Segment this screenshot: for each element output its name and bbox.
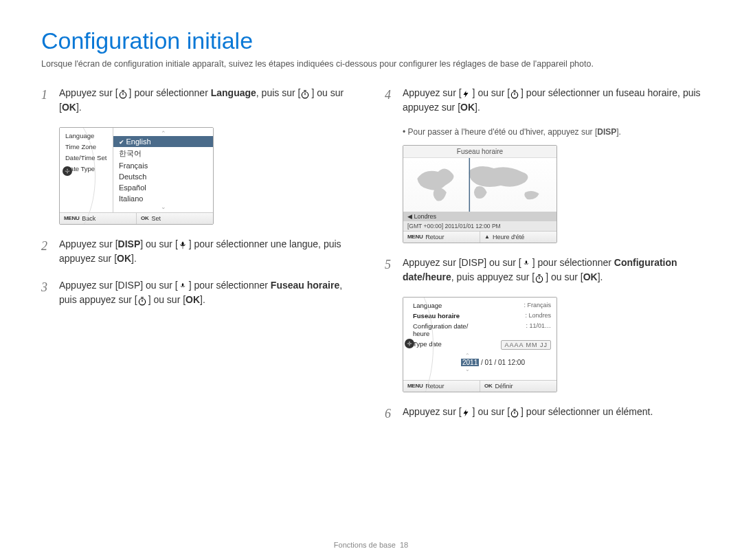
camera-screen-timezone: Fuseau horaire ◀ Londres [GMT +00:00] 20…	[403, 145, 557, 243]
disp-icon: DISP	[118, 238, 141, 249]
tz-title: Fuseau horaire	[403, 146, 556, 158]
timer-icon	[137, 295, 148, 305]
option-selected: English	[113, 136, 213, 147]
intro-text: Lorsque l'écran de configuration initial…	[41, 58, 701, 71]
footer-text: Définir	[495, 383, 513, 390]
timer-icon	[510, 89, 521, 98]
footer-section: Fonctions de base	[334, 541, 396, 549]
macro-icon	[178, 281, 189, 291]
text: Appuyez sur [	[403, 87, 462, 98]
option: Français	[113, 160, 213, 171]
text: Appuyez sur [	[403, 406, 462, 417]
step-5: 5 Appuyez sur [DISP] ou sur [] pour séle…	[385, 256, 701, 284]
setting-row: Configuration date/ heure: 11/01…	[413, 322, 551, 337]
text: ].	[616, 127, 621, 137]
camera-screen-date: Language: Français Fuseau horaire: Londr…	[403, 297, 557, 392]
macro-icon	[178, 240, 189, 249]
step-2: 2 Appuyez sur [DISP] ou sur [] pour séle…	[41, 237, 357, 266]
step-number: 1	[41, 86, 52, 115]
svg-point-18	[537, 276, 543, 282]
text: ].	[76, 102, 82, 113]
footer-page: 18	[400, 541, 408, 549]
camera-screen-language: Language Time Zone Date/Time Set Date Ty…	[59, 127, 214, 225]
menu-item: Language	[65, 132, 110, 139]
text: ].	[598, 271, 603, 282]
text: Appuyez sur [DISP] ou sur [	[403, 257, 521, 268]
tz-info: [GMT +00:00] 2011/01/01 12:00 PM	[403, 221, 556, 231]
chevron-up-icon: ⌃	[113, 131, 213, 136]
text: ].	[475, 102, 480, 113]
right-column: 4 Appuyez sur [] ou sur [] pour sélectio…	[385, 86, 701, 436]
timer-icon	[300, 89, 311, 98]
text: Appuyez sur [	[59, 87, 118, 98]
timer-icon	[535, 273, 546, 282]
text: ] ou sur [	[473, 87, 510, 98]
step-4-note: Pour passer à l'heure d'été ou d'hiver, …	[403, 127, 701, 137]
option: Deutsch	[113, 171, 213, 182]
ok-icon: OK	[460, 102, 475, 113]
timer-icon	[510, 407, 521, 417]
text: ] ou sur [	[546, 271, 583, 282]
text: ] pour sélectionner	[532, 257, 614, 268]
macro-icon	[521, 258, 532, 268]
bold-text: Language	[211, 87, 256, 98]
date-value: ⌃ 2011 / 01 / 01 12:00 ⌄	[461, 352, 551, 372]
text: / 01 / 01 12:00	[479, 359, 525, 366]
menu-item: Time Zone	[65, 143, 110, 150]
step-number: 5	[385, 256, 396, 284]
step-3: 3 Appuyez sur [DISP] ou sur [] pour séle…	[41, 278, 357, 307]
step-4: 4 Appuyez sur [] ou sur [] pour sélectio…	[385, 86, 701, 115]
footer-text: Heure d'été	[493, 234, 524, 240]
setting-row: Language: Français	[413, 302, 551, 309]
tz-city: ◀ Londres	[403, 212, 556, 221]
text: Londres	[414, 213, 437, 220]
footer-text: Retour	[425, 234, 444, 240]
text: ].	[200, 294, 205, 305]
svg-point-11	[139, 298, 145, 304]
disp-icon: DISP	[597, 127, 616, 137]
option: Español	[113, 182, 213, 193]
footer-text: Set	[151, 215, 161, 222]
text: ] pour sélectionner	[189, 280, 271, 291]
ok-icon: OK	[583, 271, 598, 282]
world-map	[403, 158, 556, 212]
ok-icon: OK	[186, 294, 200, 305]
svg-point-21	[409, 342, 411, 344]
step-6: 6 Appuyez sur [] ou sur [] pour sélectio…	[385, 405, 701, 423]
left-column: 1 Appuyez sur [] pour sélectionner Langu…	[41, 86, 357, 436]
step-number: 6	[385, 405, 396, 423]
ok-icon: OK	[117, 253, 131, 264]
option: 한국어	[113, 147, 213, 160]
step-1: 1 Appuyez sur [] pour sélectionner Langu…	[41, 86, 357, 115]
text: Appuyez sur [DISP] ou sur [	[59, 280, 178, 291]
page-title: Configuration initiale	[41, 27, 701, 54]
up-icon: ▲	[484, 234, 490, 240]
menu-label: MENU	[407, 234, 423, 240]
flash-icon	[462, 89, 473, 98]
text: ] ou sur [	[148, 294, 186, 305]
setting-row: Type dateAAAA MM JJ	[413, 340, 551, 350]
text: ] pour sélectionner	[129, 87, 211, 98]
step-number: 2	[41, 237, 52, 266]
highlighted-year: 2011	[461, 359, 479, 366]
option: Italiano	[113, 193, 213, 204]
step-number: 3	[41, 278, 52, 307]
timer-icon	[118, 89, 129, 98]
text: ] ou sur [	[473, 406, 510, 417]
menu-item: Date Type	[65, 165, 110, 172]
setting-row: Fuseau horaire: Londres	[413, 312, 551, 320]
page-footer: Fonctions de base 18	[0, 541, 742, 549]
bold-text: Fuseau horaire	[271, 280, 339, 291]
gear-icon	[405, 339, 414, 348]
text: , puis sur [	[256, 87, 301, 98]
date-format-box: AAAA MM JJ	[501, 340, 551, 350]
step-number: 4	[385, 86, 396, 115]
text: Pour passer à l'heure d'été ou d'hiver, …	[408, 127, 598, 137]
text: ] pour sélectionner un élément.	[521, 406, 653, 417]
ok-label: OK	[141, 215, 148, 221]
chevron-down-icon: ⌄	[113, 204, 213, 210]
ok-label: OK	[484, 383, 492, 389]
menu-item: Date/Time Set	[65, 154, 110, 161]
text: , puis appuyez sur [	[451, 271, 535, 282]
ok-icon: OK	[62, 102, 76, 113]
